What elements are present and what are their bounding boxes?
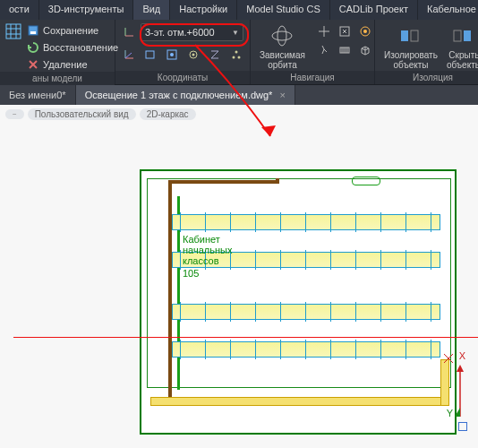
coord-dropdown[interactable]: 3-эт. отм.+6000 ▼ — [141, 23, 243, 41]
close-icon[interactable]: × — [279, 90, 285, 100]
show-motion-icon[interactable] — [337, 42, 353, 58]
save-view-button[interactable]: Сохранение — [27, 23, 118, 38]
doc-tab-unnamed[interactable]: Без имени0* — [0, 85, 76, 105]
restore-icon — [27, 41, 39, 54]
svg-point-20 — [238, 56, 241, 59]
coord-dropdown-label: 3-эт. отм.+6000 — [145, 27, 215, 38]
ucs-3pt-icon[interactable] — [228, 47, 244, 63]
axis-arrow — [453, 365, 467, 422]
zoom-extents-icon[interactable] — [337, 23, 353, 39]
room-name-text: Кабинет начальных классов — [183, 234, 232, 266]
svg-line-13 — [125, 53, 132, 58]
ucs-face-icon[interactable] — [142, 47, 158, 63]
svg-point-16 — [170, 53, 174, 56]
svg-rect-31 — [464, 30, 471, 41]
crumb-2dwire[interactable]: 2D-каркас — [140, 108, 196, 120]
save-icon — [27, 24, 39, 37]
crumb-minus[interactable]: − — [5, 109, 24, 119]
tab-3d[interactable]: 3D-инструменты — [39, 0, 134, 20]
hide-objects-button[interactable]: Скрыть объекты — [443, 23, 478, 70]
tab-modelstudio[interactable]: Model Studio CS — [237, 0, 330, 20]
svg-marker-35 — [457, 365, 464, 372]
delete-icon — [27, 58, 39, 71]
svg-marker-36 — [455, 408, 460, 417]
tab-settings[interactable]: Настройки — [170, 0, 237, 20]
doc-tab-lighting[interactable]: Освещение 1 этаж с подключением.dwg* × — [76, 85, 295, 105]
pan-icon[interactable] — [316, 23, 332, 39]
tab-osti[interactable]: ости — [0, 0, 39, 20]
axis-y-label: Y — [447, 408, 453, 418]
panel-label-coords: Координаты — [115, 71, 250, 84]
delete-view-button[interactable]: Удаление — [27, 57, 118, 72]
svg-point-21 — [235, 51, 238, 54]
ucs-origin-icon[interactable] — [185, 47, 201, 63]
steering-wheel-icon[interactable] — [357, 23, 373, 39]
tab-cadlib[interactable]: CADLib Проект — [330, 0, 418, 20]
svg-point-18 — [192, 54, 195, 56]
isolate-objects-button[interactable]: Изолировать объекты — [380, 23, 441, 70]
panel-label-isolation: Изоляция — [375, 71, 478, 84]
tab-view[interactable]: Вид — [133, 0, 170, 20]
orbit-label: Зависимая орбита — [260, 50, 305, 70]
room-number-text: 105 — [183, 268, 199, 279]
isolate-icon — [398, 23, 423, 48]
chevron-down-icon: ▼ — [232, 29, 239, 37]
svg-rect-28 — [401, 30, 408, 41]
axis-x-label: X — [459, 350, 465, 361]
svg-point-23 — [277, 26, 286, 46]
hide-icon — [451, 23, 476, 48]
orbit-icon — [269, 23, 294, 48]
tab-cable[interactable]: Кабельное хозяйство — [418, 0, 478, 20]
ucs-z-icon[interactable] — [207, 47, 223, 63]
drawing-canvas[interactable]: Кабинет начальных классов 105 X Y — [0, 123, 478, 448]
view-breadcrumb: − Пользовательский вид 2D-каркас — [0, 105, 478, 123]
constrained-orbit-button[interactable]: Зависимая орбита — [256, 23, 309, 70]
svg-point-22 — [272, 31, 292, 40]
crumb-userview[interactable]: Пользовательский вид — [28, 108, 136, 120]
panel-label-nav: Навигация — [251, 71, 374, 84]
svg-rect-14 — [146, 51, 154, 58]
origin-box — [458, 422, 467, 431]
svg-rect-6 — [30, 31, 36, 34]
restore-view-button[interactable]: Восстановление — [27, 40, 118, 55]
svg-rect-0 — [6, 24, 21, 39]
view-cube-icon[interactable] — [357, 42, 373, 58]
axis-x-marker — [442, 352, 455, 365]
walk-icon[interactable] — [316, 42, 332, 58]
drawing-area: Кабинет начальных классов 105 — [140, 169, 457, 435]
ribbon: Сохранение Восстановление Удаление аны м… — [0, 20, 478, 85]
svg-point-26 — [363, 30, 367, 33]
ucs-world-icon[interactable] — [121, 47, 137, 63]
grid-big-icon[interactable] — [5, 23, 21, 39]
svg-rect-30 — [454, 30, 461, 41]
panel-label-models: аны модели — [0, 72, 115, 85]
menu-tabs: ости 3D-инструменты Вид Настройки Model … — [0, 0, 478, 20]
document-tabs: Без имени0* Освещение 1 этаж с подключен… — [0, 85, 478, 105]
ucs-icon[interactable] — [121, 24, 137, 40]
ucs-view-icon[interactable] — [164, 47, 180, 63]
svg-rect-29 — [411, 30, 418, 41]
svg-point-19 — [233, 56, 235, 59]
